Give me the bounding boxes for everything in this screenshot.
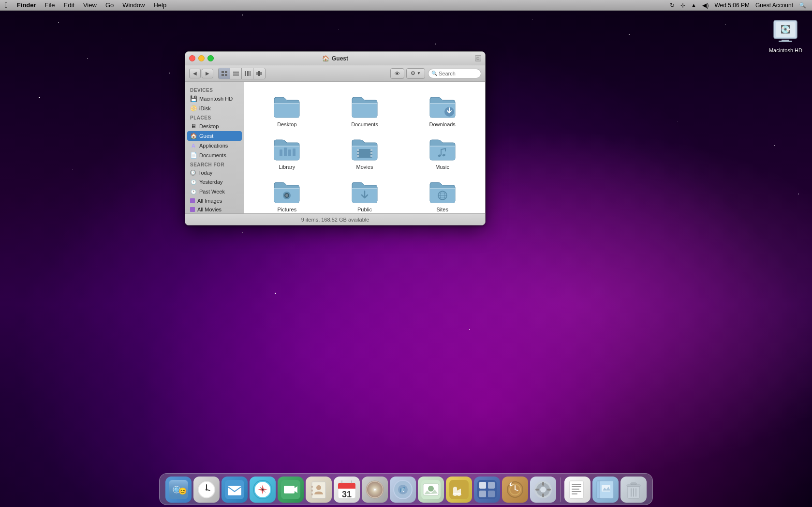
menubar-window[interactable]: Window — [118, 0, 149, 11]
dock-item-finder[interactable]: 😊 — [165, 477, 192, 503]
dock-item-itunes[interactable]: ♫ — [390, 477, 416, 503]
dock-item-preview[interactable] — [592, 477, 619, 503]
column-view-button[interactable] — [242, 68, 253, 79]
menubar-finder[interactable]: Finder — [13, 0, 41, 11]
dock-item-ical[interactable]: 31 — [334, 477, 360, 503]
spotlight-icon[interactable]: 🔍 — [797, 2, 808, 9]
eye-icon: 👁 — [395, 71, 400, 76]
facetime-dock-icon — [278, 477, 304, 503]
folder-pictures[interactable]: Pictures — [248, 175, 326, 213]
sidebar-item-idisk[interactable]: 📀 iDisk — [185, 104, 244, 113]
sidebar-item-desktop[interactable]: 🖥 Desktop — [185, 121, 244, 131]
dock-item-facetime[interactable] — [278, 477, 304, 503]
menubar-help[interactable]: Help — [149, 0, 171, 11]
file-grid: Desktop Documents — [244, 82, 485, 213]
svg-rect-104 — [572, 491, 581, 492]
gear-icon: ⚙ — [411, 70, 415, 76]
maximize-button[interactable] — [207, 55, 214, 61]
sidebar-label-past-week: Past Week — [199, 189, 225, 194]
guest-icon: 🏠 — [190, 133, 197, 139]
sidebar-item-past-week[interactable]: 🕐 Past Week — [185, 187, 244, 196]
folder-documents[interactable]: Documents — [326, 89, 404, 132]
svg-rect-12 — [245, 71, 246, 76]
folder-sites[interactable]: Sites — [403, 175, 481, 213]
today-icon: 🕐 — [190, 170, 196, 176]
folder-desktop[interactable]: Desktop — [248, 89, 326, 132]
spaces-dock-icon — [474, 477, 500, 503]
menubar-right: ↻ ⊹ ▲ ◀) Wed 5:06 PM Guest Account 🔍 — [668, 2, 812, 9]
garageband-dock-icon — [446, 477, 472, 503]
dock-item-trash[interactable] — [620, 477, 647, 503]
svg-point-79 — [428, 486, 434, 492]
dock-item-mail[interactable] — [221, 477, 248, 503]
menubar-view[interactable]: View — [79, 0, 101, 11]
apple-menu[interactable]:  — [0, 0, 13, 11]
svg-point-32 — [285, 194, 288, 197]
eye-button[interactable]: 👁 — [390, 68, 404, 79]
back-button[interactable]: ◀ — [189, 69, 201, 78]
sidebar-label-applications: Applications — [199, 143, 228, 149]
svg-rect-29 — [370, 155, 372, 157]
sidebar-item-guest[interactable]: 🏠 Guest — [187, 131, 242, 141]
macintosh-hd-desktop-icon[interactable]: 💽 Macintosh HD — [769, 15, 802, 53]
dock-item-spaces[interactable] — [474, 477, 500, 503]
sidebar-item-today[interactable]: 🕐 Today — [185, 168, 244, 177]
svg-text:31: 31 — [342, 490, 352, 499]
svg-rect-17 — [260, 72, 262, 75]
dock-item-textedit[interactable] — [564, 477, 591, 503]
music-folder-icon — [428, 137, 457, 162]
folder-downloads[interactable]: Downloads — [403, 89, 481, 132]
svg-rect-97 — [542, 493, 544, 497]
sidebar-item-documents[interactable]: 📄 Documents — [185, 150, 244, 160]
action-button[interactable]: ⚙ ▼ — [406, 68, 425, 79]
forward-button[interactable]: ▶ — [202, 69, 213, 78]
all-images-icon — [190, 198, 195, 203]
search-box[interactable]: 🔍 — [428, 69, 481, 78]
resize-button[interactable]: ⊡ — [475, 55, 481, 61]
svg-rect-59 — [311, 490, 313, 492]
list-view-button[interactable] — [230, 68, 242, 79]
svg-rect-58 — [311, 486, 313, 488]
dock-item-dvd-player[interactable] — [362, 477, 388, 503]
sidebar-item-all-images[interactable]: All Images — [185, 196, 244, 205]
window-title-icon: 🏠 — [322, 55, 329, 62]
sidebar-item-macintosh-hd[interactable]: 💾 Macintosh HD — [185, 94, 244, 104]
dock-item-system-preferences[interactable] — [530, 477, 556, 503]
dock-item-safari[interactable] — [250, 477, 276, 503]
sidebar-item-all-movies[interactable]: All Movies — [185, 205, 244, 213]
address-book-dock-icon — [306, 477, 332, 503]
sidebar-label-all-images: All Images — [197, 198, 222, 204]
dock-item-clock[interactable] — [193, 477, 220, 503]
sidebar-label-all-movies: All Movies — [197, 207, 221, 212]
itunes-dock-icon: ♫ — [390, 477, 416, 503]
dock-item-garageband[interactable] — [446, 477, 472, 503]
folder-library[interactable]: Library — [248, 132, 326, 175]
folder-movies[interactable]: Movies — [326, 132, 404, 175]
close-button[interactable] — [189, 55, 195, 61]
sidebar-item-yesterday[interactable]: 🕐 Yesterday — [185, 177, 244, 187]
preview-dock-icon — [592, 477, 619, 503]
menubar-go[interactable]: Go — [101, 0, 118, 11]
dock-item-iphoto[interactable] — [418, 477, 444, 503]
pictures-folder-icon — [272, 179, 301, 205]
dock-item-address-book[interactable] — [306, 477, 332, 503]
coverflow-view-button[interactable] — [253, 68, 265, 79]
menubar-file[interactable]: File — [41, 0, 59, 11]
search-icon: 🔍 — [431, 71, 437, 76]
icon-view-button[interactable] — [219, 68, 230, 79]
minimize-button[interactable] — [198, 55, 205, 61]
svg-rect-28 — [370, 152, 372, 154]
dock-item-time-machine[interactable] — [502, 477, 528, 503]
svg-rect-25 — [357, 152, 359, 154]
folder-public[interactable]: Public — [326, 175, 404, 213]
content-area: DEVICES 💾 Macintosh HD 📀 iDisk PLACES 🖥 … — [185, 82, 485, 213]
sidebar-item-applications[interactable]: A Applications — [185, 141, 244, 150]
menubar-edit[interactable]: Edit — [59, 0, 79, 11]
svg-rect-7 — [221, 74, 224, 76]
user-account[interactable]: Guest Account — [753, 2, 795, 9]
places-header: PLACES — [185, 113, 244, 121]
svg-rect-64 — [338, 487, 355, 489]
svg-rect-111 — [631, 483, 636, 485]
search-input[interactable] — [439, 71, 477, 76]
folder-music[interactable]: Music — [403, 132, 481, 175]
